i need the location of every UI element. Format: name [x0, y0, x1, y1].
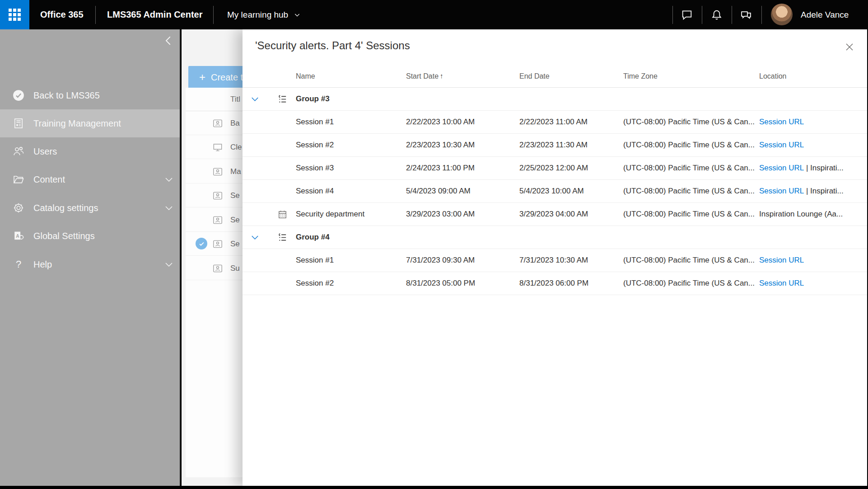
sidebar-item-back-to-lms365[interactable]: Back to LMS365: [0, 81, 180, 109]
chat-button[interactable]: [678, 6, 695, 24]
session-row[interactable]: Session #1 7/31/2023 09:30 AM 7/31/2023 …: [243, 249, 867, 272]
users-icon: [12, 145, 25, 158]
session-end: 7/31/2023 10:30 AM: [519, 249, 588, 272]
session-location: Session URL: [759, 272, 804, 295]
event-row[interactable]: Security department 3/29/2023 03:00 AM 3…: [243, 203, 867, 226]
event-timezone: (UTC-08:00) Pacific Time (US & Can...: [623, 203, 757, 226]
svg-text:A: A: [16, 233, 19, 239]
collapse-group-icon[interactable]: [250, 232, 260, 243]
folder-icon: [12, 173, 25, 186]
column-header-location[interactable]: Location: [759, 66, 787, 87]
feedback-icon: [740, 9, 752, 21]
table-header: Name Start Date ↑ End Date Time Zone Loc…: [243, 66, 867, 88]
question-icon: ?: [12, 258, 25, 271]
location-extra: | Inspirati...: [804, 164, 844, 173]
session-name: Session #2: [296, 272, 334, 295]
contact-card-icon: [212, 166, 224, 178]
session-url-link[interactable]: Session URL: [759, 256, 804, 265]
collapse-group-icon[interactable]: [250, 94, 260, 104]
session-start: 2/23/2023 10:30 AM: [406, 134, 475, 156]
session-timezone: (UTC-08:00) Pacific Time (US & Can...: [623, 272, 757, 295]
session-start: 2/24/2023 11:00 PM: [406, 157, 475, 179]
session-row[interactable]: Session #2 8/31/2023 05:00 PM 8/31/2023 …: [243, 272, 867, 295]
app-window: Office 365 LMS365 Admin Center My learni…: [0, 0, 868, 489]
monitor-icon: [212, 141, 224, 153]
session-row[interactable]: Session #2 2/23/2023 10:30 AM 2/23/2023 …: [243, 134, 867, 157]
contact-card-icon: [212, 238, 224, 250]
event-name: Security department: [296, 203, 364, 226]
calendar-icon: [277, 209, 288, 220]
sidebar-item-help[interactable]: ? Help: [0, 250, 180, 278]
session-name: Session #3: [296, 157, 334, 179]
session-url-link[interactable]: Session URL: [759, 118, 804, 127]
sidebar-collapse-button[interactable]: [162, 34, 175, 47]
sidebar-item-catalog-settings[interactable]: Catalog settings: [0, 194, 180, 222]
session-end: 2/22/2023 11:00 AM: [519, 111, 588, 133]
session-timezone: (UTC-08:00) Pacific Time (US & Can...: [623, 180, 757, 202]
topbar-divider: [213, 6, 214, 24]
topbar-divider: [672, 6, 673, 24]
doc-gear-icon: A: [12, 229, 25, 243]
topbar-divider: [95, 6, 96, 24]
sidebar-item-label: Users: [33, 146, 57, 157]
location-extra: | Inspirati...: [804, 187, 844, 196]
session-timezone: (UTC-08:00) Pacific Time (US & Can...: [623, 134, 757, 156]
sidebar: Back to LMS365 Training Management Users…: [0, 29, 181, 486]
sidebar-item-label: Content: [33, 174, 65, 185]
session-location: Session URL: [759, 111, 804, 133]
training-management-icon: [12, 117, 25, 130]
session-start: 2/22/2023 10:00 AM: [406, 111, 475, 133]
user-name[interactable]: Adele Vance: [801, 0, 849, 29]
column-header-name[interactable]: Name: [296, 66, 315, 87]
session-url-link[interactable]: Session URL: [759, 279, 804, 288]
session-row[interactable]: Session #3 2/24/2023 11:00 PM 2/25/2023 …: [243, 157, 867, 180]
column-header-start-date[interactable]: Start Date ↑: [406, 66, 443, 87]
session-location: Session URL: [759, 249, 804, 272]
sidebar-item-label: Catalog settings: [33, 203, 98, 213]
session-start: 7/31/2023 09:30 AM: [406, 249, 475, 272]
sidebar-item-training-management[interactable]: Training Management: [0, 109, 180, 137]
session-url-link[interactable]: Session URL: [759, 141, 804, 150]
sidebar-item-label: Global Settings: [33, 231, 95, 241]
admin-center-title[interactable]: LMS365 Admin Center: [107, 0, 203, 29]
group-row: Group #4: [243, 226, 867, 249]
top-bar: Office 365 LMS365 Admin Center My learni…: [0, 0, 868, 29]
column-header-title[interactable]: Titl: [230, 88, 240, 111]
selected-check-icon: [196, 238, 207, 249]
bell-icon: [710, 9, 723, 21]
chevron-down-icon: [163, 259, 174, 270]
event-start: 3/29/2023 03:00 AM: [406, 203, 475, 226]
group-name: Group #3: [296, 88, 330, 110]
sidebar-item-users[interactable]: Users: [0, 137, 180, 165]
sidebar-item-global-settings[interactable]: A Global Settings: [0, 222, 180, 250]
session-location: Session URL | Inspirati...: [759, 180, 844, 202]
session-url-link[interactable]: Session URL: [759, 164, 804, 173]
notifications-button[interactable]: [708, 6, 725, 24]
session-end: 2/23/2023 11:30 AM: [519, 134, 588, 156]
session-row[interactable]: Session #1 2/22/2023 10:00 AM 2/22/2023 …: [243, 111, 867, 134]
hub-menu[interactable]: My learning hub: [227, 0, 301, 29]
panel-title: 'Security alerts. Part 4' Sessions: [255, 39, 410, 52]
chat-icon: [681, 9, 693, 21]
contact-card-icon: [212, 214, 224, 226]
session-row[interactable]: Session #4 5/4/2023 09:00 AM 5/4/2023 10…: [243, 180, 867, 203]
sessions-panel: 'Security alerts. Part 4' Sessions Name …: [243, 29, 867, 486]
column-header-end-date[interactable]: End Date: [519, 66, 550, 87]
session-name: Session #1: [296, 249, 334, 272]
session-name: Session #2: [296, 134, 334, 156]
user-avatar[interactable]: [771, 4, 793, 25]
session-url-link[interactable]: Session URL: [759, 187, 804, 196]
group-name: Group #4: [296, 226, 330, 249]
topbar-divider: [732, 6, 732, 24]
sidebar-item-content[interactable]: Content: [0, 165, 180, 193]
office365-brand[interactable]: Office 365: [40, 0, 84, 29]
column-header-time-zone[interactable]: Time Zone: [623, 66, 658, 87]
chevron-down-icon: [163, 174, 174, 185]
app-launcher-button[interactable]: [0, 0, 29, 29]
group-row: Group #3: [243, 88, 867, 111]
event-location: Inspiration Lounge (Aa...: [759, 203, 843, 226]
session-location: Session URL | Inspirati...: [759, 157, 844, 179]
feedback-button[interactable]: [737, 6, 755, 24]
close-button[interactable]: [843, 40, 856, 54]
sort-ascending-icon: ↑: [440, 72, 443, 80]
